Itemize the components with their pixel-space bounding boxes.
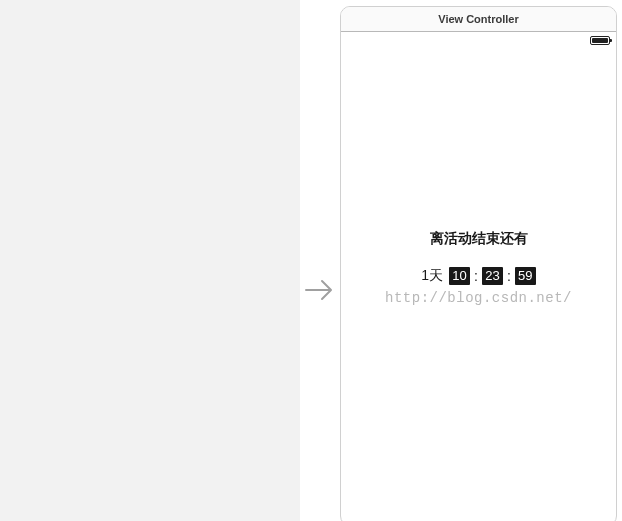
countdown-seconds: 59 — [515, 267, 536, 285]
countdown-minutes: 23 — [482, 267, 503, 285]
countdown-days: 1天 — [421, 267, 443, 285]
watermark-text: http://blog.csdn.net/ — [341, 290, 616, 306]
countdown-hours: 10 — [449, 267, 470, 285]
editor-canvas-blank — [0, 0, 300, 521]
app-content: 离活动结束还有 1天 10 : 23 : 59 http://blog.csdn… — [341, 48, 616, 521]
simulator-frame: View Controller 离活动结束还有 1天 10 : 23 : 59 … — [340, 6, 617, 521]
arrow-right-icon — [302, 272, 338, 308]
battery-fill — [592, 38, 608, 43]
window-titlebar: View Controller — [341, 7, 616, 32]
countdown-separator: : — [506, 268, 512, 284]
status-bar — [341, 32, 616, 48]
battery-icon — [590, 36, 610, 45]
countdown-separator: : — [473, 268, 479, 284]
countdown-title: 离活动结束还有 — [341, 230, 616, 248]
window-title: View Controller — [438, 13, 518, 25]
countdown-timer: 1天 10 : 23 : 59 — [341, 267, 616, 285]
